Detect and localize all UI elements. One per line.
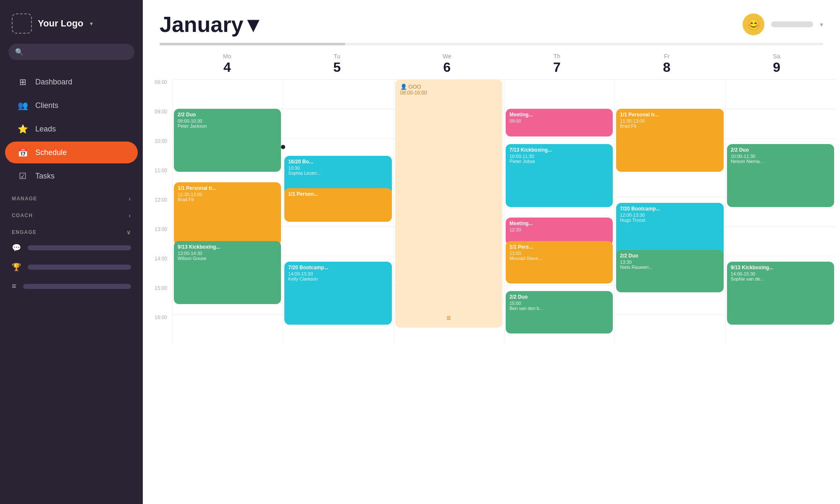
time-label-13:00: 13:00 xyxy=(147,226,172,256)
event-ev6[interactable]: 7/20 Bootcamp...14:00-15:30Kelly Clarkso… xyxy=(284,262,391,325)
month-chevron-icon[interactable]: ▾ xyxy=(247,12,258,37)
day-cell-1-0 xyxy=(283,79,393,109)
time-label-12:00: 12:00 xyxy=(147,197,172,226)
engage-item-messages[interactable]: 💬 xyxy=(0,238,143,257)
day-cell-5-0 xyxy=(725,79,836,109)
avatar-emoji: 😊 xyxy=(747,18,760,31)
progress-bar-wrap xyxy=(143,37,840,45)
day-num-fr: 8 xyxy=(612,60,722,75)
clients-icon: 👥 xyxy=(17,100,29,110)
time-label-08:00: 08:00 xyxy=(147,79,172,109)
logo-area[interactable]: Your Logo ▾ xyxy=(0,0,143,44)
day-num-we: 6 xyxy=(392,60,502,75)
page-title: January ▾ xyxy=(160,12,258,37)
day-cell-0-0 xyxy=(172,79,283,109)
day-abbr-fr: Fr xyxy=(612,53,722,60)
sidebar: Your Logo ▾ 🔍 ⊞ Dashboard 👥 Clients ⭐ Le… xyxy=(0,0,143,504)
logo-box xyxy=(12,13,32,34)
nav-label-tasks: Tasks xyxy=(35,172,55,181)
engage-label-bar-1 xyxy=(28,245,131,250)
section-coach[interactable]: COACH › xyxy=(0,205,143,221)
nav-tasks[interactable]: ☑ Tasks xyxy=(5,165,138,187)
day-cell-0-8 xyxy=(172,315,283,344)
day-abbr-mo: Mo xyxy=(172,53,282,60)
day-abbr-tu: Tu xyxy=(282,53,392,60)
coach-chevron-icon: › xyxy=(129,212,131,219)
event-ev16[interactable]: 9/13 Kickboxing...14:00-15:30Sophie van … xyxy=(727,262,834,325)
header: January ▾ 😊 ▾ xyxy=(143,0,840,37)
messages-icon: 💬 xyxy=(12,243,21,252)
event-ev1[interactable]: 2/2 Duo09:00-10:30Peter Jackson xyxy=(174,109,281,172)
engage-item-achievements[interactable]: 🏆 xyxy=(0,257,143,277)
day-cell-4-0 xyxy=(614,79,725,109)
nav-clients[interactable]: 👥 Clients xyxy=(5,94,138,116)
event-ev12[interactable]: 1/1 Personal tr...11:30-13:00Brad Fit xyxy=(616,109,723,172)
achievements-icon: 🏆 xyxy=(12,262,21,272)
nav-label-schedule: Schedule xyxy=(35,148,67,157)
day-header-tu: Tu 5 xyxy=(282,50,392,79)
username-bar xyxy=(771,21,813,27)
schedule-icon: 📅 xyxy=(17,147,29,158)
day-cell-4-8 xyxy=(614,315,725,344)
nav-dashboard[interactable]: ⊞ Dashboard xyxy=(5,71,138,93)
event-ev2[interactable]: 1/1 Personal tr...11:30-13:00Brad Fit xyxy=(174,182,281,245)
day-header-fr: Fr 8 xyxy=(612,50,722,79)
manage-chevron-icon: › xyxy=(129,195,131,202)
event-ev10[interactable]: 1/1 Pers...13:00Mourad Steve... xyxy=(506,241,613,284)
section-manage[interactable]: MANAGE › xyxy=(0,188,143,205)
day-num-sa: 9 xyxy=(722,60,832,75)
user-chevron-icon[interactable]: ▾ xyxy=(820,21,823,29)
calendar-wrap: Mo 4 Tu 5 We 6 Th 7 Fr 8 Sa 9 xyxy=(143,45,840,504)
nav-label-leads: Leads xyxy=(35,125,56,134)
engage-label-bar-3 xyxy=(23,284,131,289)
time-label-16:00: 16:00 xyxy=(147,315,172,344)
engage-item-reports[interactable]: ≡ xyxy=(0,277,143,296)
event-ev11[interactable]: 2/2 Duo15:00Ben van den b... xyxy=(506,291,613,333)
day-header-we: We 6 xyxy=(392,50,502,79)
search-bar[interactable]: 🔍 xyxy=(8,44,134,60)
section-engage[interactable]: ENGAGE ∨ xyxy=(0,221,143,238)
avatar[interactable]: 😊 xyxy=(743,13,764,35)
reports-icon: ≡ xyxy=(12,282,16,291)
event-ev15[interactable]: 2/2 Duo10:00-11:30Nelson Niema... xyxy=(727,144,834,207)
time-label-09:00: 09:00 xyxy=(147,109,172,138)
nav-label-dashboard: Dashboard xyxy=(35,78,72,87)
engage-chevron-icon: ∨ xyxy=(126,229,131,236)
event-ev7[interactable]: Meeting...09:00 xyxy=(506,109,613,136)
day-cell-1-1 xyxy=(283,109,393,138)
day-cell-5-5 xyxy=(725,226,836,256)
nav-schedule[interactable]: 📅 Schedule xyxy=(5,142,138,163)
search-icon: 🔍 xyxy=(15,48,24,56)
event-ev14[interactable]: 2/2 Duo13:30Niels Rauweri... xyxy=(616,250,723,292)
nav-leads[interactable]: ⭐ Leads xyxy=(5,118,138,140)
event-ev8[interactable]: 7/13 Kickboxing...10:00-11:30Pieter Jobs… xyxy=(506,144,613,207)
day-cell-3-0 xyxy=(504,79,614,109)
dashboard-icon: ⊞ xyxy=(17,77,29,87)
event-ev5[interactable]: 1/1 Person... xyxy=(284,188,391,222)
tasks-icon: ☑ xyxy=(17,171,29,181)
header-right: 😊 ▾ xyxy=(743,13,823,35)
leads-icon: ⭐ xyxy=(17,124,29,134)
event-ev3[interactable]: 9/13 Kickboxing...13:00-14:30Wilson Gous… xyxy=(174,241,281,304)
nav-label-clients: Clients xyxy=(35,101,58,110)
main-content: January ▾ 😊 ▾ Mo 4 Tu 5 xyxy=(143,0,840,504)
day-header-sa: Sa 9 xyxy=(722,50,832,79)
day-header-mo: Mo 4 xyxy=(172,50,282,79)
day-header-th: Th 7 xyxy=(502,50,612,79)
time-col-header xyxy=(147,50,172,79)
time-label-11:00: 11:00 xyxy=(147,168,172,197)
day-cell-1-5 xyxy=(283,226,393,256)
day-num-mo: 4 xyxy=(172,60,282,75)
day-num-tu: 5 xyxy=(282,60,392,75)
logo-chevron-icon: ▾ xyxy=(90,20,93,27)
time-label-14:00: 14:00 xyxy=(147,256,172,285)
engage-label-bar-2 xyxy=(28,265,131,270)
search-input[interactable] xyxy=(28,48,128,55)
day-abbr-sa: Sa xyxy=(722,53,832,60)
day-cell-5-1 xyxy=(725,109,836,138)
day-num-th: 7 xyxy=(502,60,612,75)
event-ooo[interactable]: 👤 OOO08:00-16:00≡ xyxy=(395,79,502,328)
calendar-body: 08:0009:0010:0011:0012:0013:0014:0015:00… xyxy=(143,79,840,504)
time-grid: 08:0009:0010:0011:0012:0013:0014:0015:00… xyxy=(147,79,836,344)
day-abbr-we: We xyxy=(392,53,502,60)
